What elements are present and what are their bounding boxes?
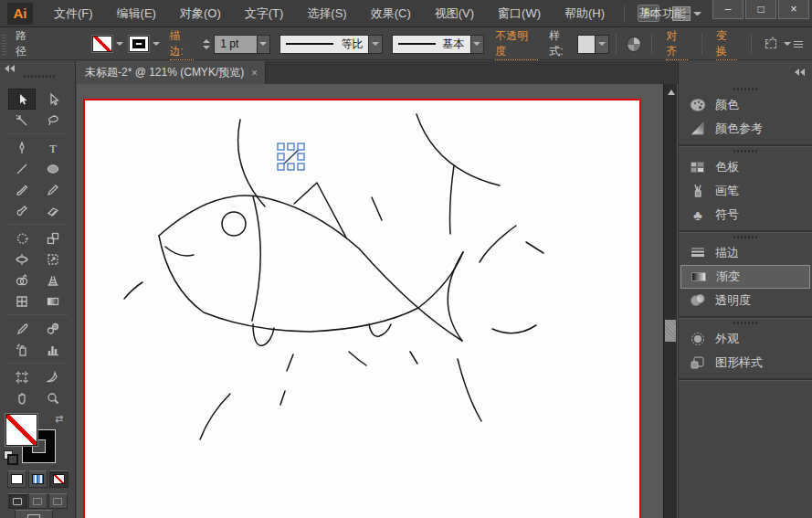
symbol-sprayer-tool[interactable] (8, 339, 36, 360)
stroke-color-button[interactable] (129, 36, 160, 52)
drag-grip-icon[interactable] (733, 322, 757, 324)
menu-item-file[interactable]: 文件(F) (42, 0, 105, 27)
paintbrush-tool[interactable] (8, 179, 36, 200)
vertical-scrollbar[interactable] (663, 84, 677, 518)
panel-tab-brushes[interactable]: 画笔 (679, 179, 812, 203)
maximize-button[interactable]: □ (745, 0, 776, 19)
width-profile-dropdown[interactable] (369, 35, 383, 54)
panel-tab-transparency[interactable]: 透明度 (679, 289, 812, 312)
fish-artwork[interactable] (85, 100, 639, 518)
default-fill-stroke-icon[interactable] (4, 450, 15, 461)
pen-tool-icon (15, 141, 29, 155)
line-segment-tool[interactable] (8, 158, 36, 179)
opacity-link[interactable]: 不透明度 (495, 28, 538, 60)
width-tool[interactable] (8, 248, 36, 270)
slice-tool[interactable] (39, 366, 67, 387)
artboard[interactable] (83, 99, 641, 518)
panel-tab-graphic-styles[interactable]: 图形样式 (679, 351, 812, 375)
align-link[interactable]: 对齐 (666, 28, 688, 60)
panel-tab-stroke[interactable]: 描边 (679, 241, 812, 265)
collapse-panels-icon[interactable] (795, 69, 805, 76)
zoom-tool[interactable] (39, 387, 67, 408)
mesh-tool[interactable] (8, 291, 36, 312)
document-tab[interactable]: 未标题-2* @ 121% (CMYK/预览) × (76, 61, 266, 84)
swap-fill-stroke-icon[interactable]: ⇄ (55, 413, 63, 425)
panel-tab-appearance[interactable]: 外观 (679, 327, 812, 351)
selection-tool[interactable] (8, 89, 36, 110)
scrollbar-thumb[interactable] (665, 320, 676, 342)
draw-behind-button[interactable] (28, 493, 47, 509)
panel-tab-color[interactable]: 颜色 (679, 93, 812, 117)
draw-inside-button[interactable] (48, 493, 68, 509)
menu-item-select[interactable]: 选择(S) (295, 0, 358, 27)
menu-item-help[interactable]: 帮助(H) (553, 0, 617, 27)
eraser-tool[interactable] (39, 200, 67, 221)
shape-builder-tool[interactable] (8, 270, 36, 291)
drag-grip-icon[interactable] (733, 150, 757, 153)
brush-definition-select[interactable]: 基本 (392, 35, 471, 54)
direct-selection-tool[interactable] (39, 89, 67, 110)
menu-item-edit[interactable]: 编辑(E) (105, 0, 168, 27)
rotate-tool[interactable] (8, 227, 36, 248)
blob-brush-tool[interactable] (8, 200, 36, 221)
screen-mode-button[interactable] (15, 510, 53, 518)
magic-wand-tool[interactable] (8, 110, 36, 131)
none-button[interactable] (49, 470, 69, 488)
fill-color-button[interactable] (92, 36, 123, 52)
pen-tool[interactable] (8, 137, 36, 158)
bounding-box-icon[interactable] (764, 37, 778, 50)
panel-tab-swatches[interactable]: 色板 (679, 155, 812, 179)
hand-tool[interactable] (8, 387, 36, 408)
style-dropdown[interactable] (596, 35, 609, 54)
stroke-panel-link[interactable]: 描边: (170, 28, 195, 60)
collapse-tools-icon[interactable] (5, 65, 15, 72)
canvas[interactable] (77, 84, 678, 518)
minimize-button[interactable]: – (712, 0, 743, 19)
free-transform-tool-icon (46, 252, 60, 267)
control-bar-menu-button[interactable] (784, 40, 803, 48)
transform-link[interactable]: 变换 (716, 28, 738, 60)
panel-tab-color-guide[interactable]: 颜色参考 (679, 117, 812, 141)
gradient-button[interactable] (28, 470, 47, 488)
chevron-down-icon (784, 42, 791, 46)
perspective-grid-tool[interactable] (39, 270, 67, 291)
column-graph-tool[interactable] (39, 339, 67, 360)
stroke-weight-value[interactable]: 1 pt (214, 35, 257, 54)
recolor-artwork-icon[interactable] (627, 37, 642, 52)
close-tab-icon[interactable]: × (246, 67, 258, 79)
lasso-tool[interactable] (39, 110, 67, 131)
drag-grip-icon[interactable] (733, 236, 757, 238)
brush-definition-dropdown[interactable] (471, 35, 485, 54)
free-transform-tool[interactable] (39, 248, 67, 270)
stroke-weight-dropdown[interactable] (258, 35, 271, 54)
menu-item-type[interactable]: 文字(T) (233, 0, 296, 27)
drag-grip-icon[interactable] (24, 75, 55, 78)
splash-stroke (124, 282, 142, 299)
artboard-tool[interactable] (8, 366, 36, 387)
eyedropper-tool[interactable] (8, 318, 36, 339)
drag-grip-icon[interactable] (733, 88, 757, 90)
stroke-weight-stepper[interactable] (203, 39, 210, 49)
color-button[interactable] (7, 470, 26, 488)
blend-tool[interactable] (39, 318, 67, 339)
ellipse-tool[interactable] (39, 158, 67, 179)
pencil-tool[interactable] (39, 179, 67, 200)
close-button[interactable]: × (778, 0, 809, 19)
panel-tab-symbols[interactable]: ♣ 符号 (679, 203, 812, 227)
menu-item-view[interactable]: 视图(V) (423, 0, 486, 27)
menu-item-object[interactable]: 对象(O) (168, 0, 233, 27)
workspace-switcher[interactable]: 基本功能 (638, 0, 701, 27)
panel-tab-gradient[interactable]: 渐变 (680, 265, 810, 289)
menu-item-effect[interactable]: 效果(C) (359, 0, 423, 27)
drag-grip-icon[interactable] (2, 33, 6, 55)
type-tool[interactable]: T (39, 137, 67, 158)
menu-item-window[interactable]: 窗口(W) (486, 0, 553, 27)
scale-tool[interactable] (39, 227, 67, 248)
fill-color-swatch-none[interactable] (5, 414, 37, 446)
width-profile-select[interactable]: 等比 (279, 35, 369, 54)
draw-normal-button[interactable] (8, 493, 27, 509)
selection-handles[interactable] (278, 143, 304, 170)
scroll-up-button[interactable] (664, 86, 678, 99)
graphic-style-swatch[interactable] (577, 35, 596, 54)
gradient-tool[interactable] (39, 291, 67, 312)
